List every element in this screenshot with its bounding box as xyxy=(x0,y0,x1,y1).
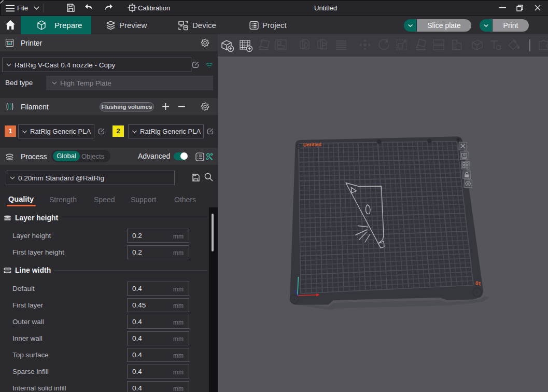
svg-text:Untitled: Untitled xyxy=(303,142,321,148)
